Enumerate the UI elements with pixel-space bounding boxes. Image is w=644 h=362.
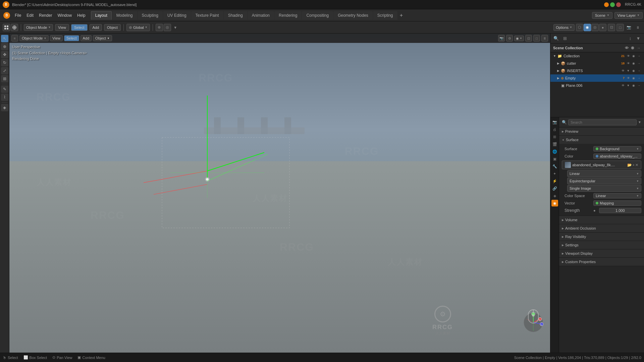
volume-header[interactable]: ▶ Volume: [559, 216, 644, 224]
mapping-value[interactable]: Mapping: [593, 200, 641, 206]
color-value[interactable]: abandoned_slipway_...: [593, 154, 641, 159]
empty-eye-icon[interactable]: 👁: [626, 76, 631, 80]
viewport-object-btn[interactable]: Object ▼: [93, 35, 112, 41]
prop-particles-icon[interactable]: ✦: [551, 170, 558, 177]
ray-visibility-header[interactable]: ▶ Ray Visibility: [559, 233, 644, 241]
preview-header[interactable]: ▶ Preview: [559, 127, 644, 135]
prop-render-icon[interactable]: 📷: [551, 119, 558, 125]
scale-tool-btn[interactable]: ⤢: [1, 67, 8, 74]
ao-expand-icon[interactable]: ▶: [562, 227, 564, 230]
tab-rendering[interactable]: Rendering: [274, 11, 302, 20]
pause-icon[interactable]: ⏸: [634, 24, 641, 31]
overlay-icon[interactable]: ⊡: [525, 35, 532, 42]
tab-uv-editing[interactable]: UV Editing: [163, 11, 191, 20]
options-icon[interactable]: ▼: [172, 24, 179, 31]
rp-display-icon[interactable]: ⊞: [561, 35, 569, 42]
collection-disable-icon[interactable]: ◉: [631, 54, 636, 58]
ray-visibility-expand-icon[interactable]: ▶: [562, 235, 564, 238]
outliner-collection[interactable]: ▼ 📁 Collection 21 👁 ◉ →: [550, 52, 644, 60]
collection-eye-icon[interactable]: 👁: [626, 54, 631, 58]
viewport[interactable]: RRCG RRCG RRCG RRCG RRCG 人人素材 人人素材 人人素材: [9, 34, 550, 353]
add-button[interactable]: Add: [90, 24, 102, 31]
prop-data-icon[interactable]: ◈: [551, 192, 558, 199]
outliner-empty[interactable]: ▶ ⊕ Empty 7 👁 ◉ →: [550, 74, 644, 82]
custom-properties-header[interactable]: ▶ Custom Properties: [559, 258, 644, 266]
empty-select-icon[interactable]: →: [637, 76, 641, 80]
tab-sculpting[interactable]: Sculpting: [138, 11, 163, 20]
viewport-add-btn[interactable]: Add: [80, 35, 92, 41]
menu-help[interactable]: Help: [74, 12, 88, 19]
options-dropdown[interactable]: Options ▼: [553, 24, 575, 31]
inserts-select-icon[interactable]: →: [637, 68, 641, 73]
viewport-object-mode-dropdown[interactable]: Object Mode ▼: [19, 35, 49, 41]
outliner-hide-icon[interactable]: ◉: [630, 45, 635, 51]
plane-disable-icon[interactable]: ◉: [631, 83, 636, 88]
texture-browse-icon[interactable]: 📂: [627, 163, 632, 167]
prop-constraints-icon[interactable]: 🔗: [551, 185, 558, 192]
viewport-display-header[interactable]: ▶ Viewport Display: [559, 249, 644, 257]
cutter-select-icon[interactable]: →: [637, 61, 641, 66]
prop-view-layer-icon[interactable]: ⊞: [551, 133, 558, 140]
outliner-inserts[interactable]: ▶ 📦 INSERTS 👁 ▼ ◉ →: [550, 67, 644, 74]
wireframe-icon[interactable]: ⬡: [576, 24, 583, 31]
viewport-shading-solid[interactable]: ◉ ▼: [514, 36, 524, 41]
solid-icon[interactable]: ◉: [584, 24, 591, 31]
equirectangular-dropdown[interactable]: Equirectangular ▼: [567, 178, 641, 184]
object-button[interactable]: Object: [104, 24, 121, 31]
proportional-icon[interactable]: ◎: [164, 24, 171, 31]
prop-material-icon[interactable]: ◉: [551, 200, 558, 206]
xray-toggle-icon[interactable]: □: [533, 35, 540, 42]
select-tool-btn[interactable]: ↖: [1, 35, 8, 42]
rp-sort-icon[interactable]: ↕: [627, 35, 634, 42]
outliner-select-icon[interactable]: →: [636, 45, 641, 51]
property-search-input[interactable]: [568, 119, 637, 125]
tab-geometry-nodes[interactable]: Geometry Nodes: [333, 11, 373, 20]
preview-expand-icon[interactable]: ▶: [562, 130, 564, 133]
inserts-expand-icon[interactable]: ▶: [557, 69, 559, 72]
surface-bg-value[interactable]: Background ▼: [593, 146, 641, 152]
tab-compositing[interactable]: Compositing: [302, 11, 333, 20]
custom-props-expand-icon[interactable]: ▶: [562, 260, 564, 263]
rendered-icon[interactable]: ●: [599, 24, 606, 31]
inserts-filter-icon[interactable]: ▼: [626, 68, 631, 73]
rp-filter2-icon[interactable]: ▼: [635, 35, 642, 42]
empty-disable-icon[interactable]: ◉: [631, 76, 636, 80]
tab-layout[interactable]: Layout: [91, 11, 112, 20]
view-button[interactable]: View: [55, 24, 69, 31]
move-tool-btn[interactable]: ✥: [1, 51, 8, 58]
render-cam-icon[interactable]: 📷: [498, 35, 505, 42]
search-expand-icon[interactable]: ▼: [638, 120, 641, 124]
viewport-display-expand-icon[interactable]: ▶: [562, 252, 564, 255]
cutter-disable-icon[interactable]: ◉: [631, 61, 636, 66]
transform-icon[interactable]: [3, 24, 10, 31]
plane-select-icon[interactable]: →: [637, 83, 641, 88]
inserts-disable-icon[interactable]: ◉: [631, 68, 636, 73]
xray-icon[interactable]: □: [616, 24, 624, 31]
prop-object-icon[interactable]: ▣: [551, 156, 558, 162]
rp-filter-icon[interactable]: 🔍: [552, 35, 560, 42]
view-layer-selector[interactable]: View Layer ▼: [614, 12, 643, 19]
plane-eye-icon[interactable]: 👁: [621, 83, 625, 88]
viewport-view-btn[interactable]: View: [50, 35, 63, 41]
texture-new-icon[interactable]: +: [633, 163, 635, 167]
outliner-plane006[interactable]: ▣ Plane.006 👁 ▼ ◉ →: [550, 82, 644, 89]
linear-dropdown[interactable]: Linear ▼: [567, 170, 641, 177]
menu-file[interactable]: File: [12, 12, 24, 19]
pause-render-icon[interactable]: ⏸: [541, 35, 548, 42]
scene-selector[interactable]: Scene ▼: [592, 12, 612, 19]
viewport-select-btn[interactable]: Select: [64, 35, 79, 41]
tab-texture-paint[interactable]: Texture Paint: [191, 11, 223, 20]
prop-scene-icon[interactable]: 🎬: [551, 141, 558, 147]
strength-value[interactable]: 1.000: [599, 208, 641, 213]
minimize-button[interactable]: [604, 2, 609, 7]
prop-output-icon[interactable]: 🖨: [551, 126, 558, 133]
measure-tool-btn[interactable]: ⌇: [1, 94, 8, 101]
menu-edit[interactable]: Edit: [24, 12, 36, 19]
add-primitive-tool-btn[interactable]: ◈: [1, 104, 8, 111]
collection-expand-icon[interactable]: ▼: [553, 54, 556, 58]
texture-row[interactable]: abandoned_slipway_8k.... 📂 + ✕: [562, 161, 641, 169]
cutter-expand-icon[interactable]: ▶: [557, 62, 559, 65]
outliner-cutter[interactable]: ▶ 📦 cutter 18 👁 ◉ →: [550, 60, 644, 67]
plane-filter-icon[interactable]: ▼: [626, 83, 631, 88]
object-mode-dropdown[interactable]: Object Mode ▼: [24, 24, 53, 31]
